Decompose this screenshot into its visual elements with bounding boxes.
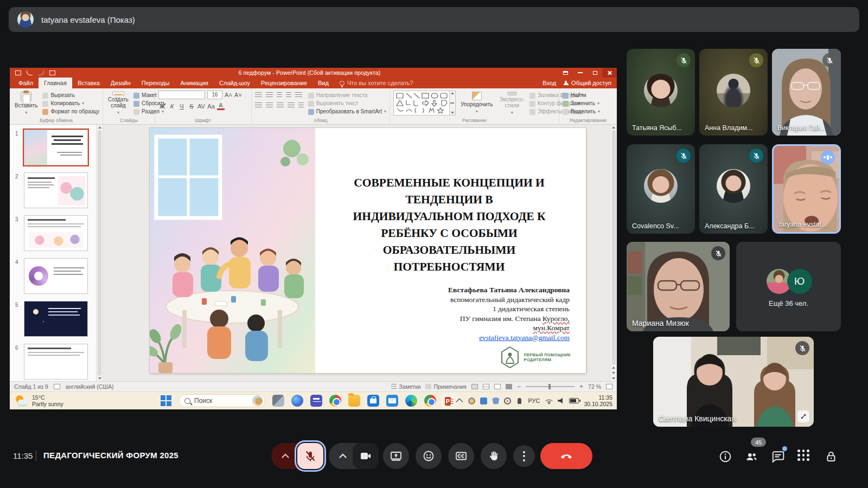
slide-thumbnail-3[interactable]: 3: [24, 215, 88, 251]
language-status[interactable]: английский (США): [66, 383, 114, 390]
raise-hand-button[interactable]: [481, 443, 507, 469]
numbering-icon[interactable]: [266, 92, 273, 98]
paste-button[interactable]: Вставить▾: [13, 91, 39, 117]
wifi-icon[interactable]: [545, 397, 553, 404]
reactions-button[interactable]: [416, 443, 442, 469]
activities-button[interactable]: [797, 450, 812, 464]
canvas-scrollbar[interactable]: [610, 125, 617, 381]
chat-panel-button[interactable]: [771, 450, 785, 464]
security-icon[interactable]: [492, 397, 499, 404]
smartart-button[interactable]: Преобразовать в SmartArt▾: [308, 108, 386, 115]
bluetooth-icon[interactable]: [480, 397, 487, 404]
powerpoint-app-icon[interactable]: P: [443, 395, 455, 407]
thumbnail-scrollbar[interactable]: [97, 125, 103, 381]
end-call-button[interactable]: [540, 443, 592, 469]
bold-button[interactable]: Ж: [158, 103, 166, 110]
zoom-in-button[interactable]: +: [579, 384, 583, 389]
shapes-gallery[interactable]: [393, 91, 450, 115]
slide-thumbnail-1[interactable]: 1: [24, 130, 88, 165]
arrange-button[interactable]: Упорядочить▾: [459, 91, 495, 117]
task-view-button[interactable]: [272, 395, 284, 407]
overflow-participants-tile[interactable]: Ю Ещё 36 чел.: [736, 242, 841, 331]
indent-increase-icon[interactable]: [286, 92, 291, 98]
tab-design[interactable]: Дизайн: [105, 78, 136, 88]
more-options-button[interactable]: [513, 445, 535, 467]
text-direction-button[interactable]: Направление текста: [308, 92, 386, 99]
slide-thumbnail-5[interactable]: 5: [24, 301, 88, 337]
participant-tile[interactable]: Виктория Гай...: [772, 49, 841, 136]
slide-thumbnail-4[interactable]: 4: [24, 258, 88, 294]
meeting-details-button[interactable]: [718, 450, 732, 464]
tray-overflow-chevron[interactable]: [456, 398, 463, 406]
tab-review[interactable]: Рецензирование: [256, 78, 312, 88]
chrome-app-icon[interactable]: [329, 395, 341, 407]
slide-thumbnail-2[interactable]: 2: [24, 172, 88, 208]
close-button[interactable]: [602, 68, 617, 78]
copilot-button[interactable]: [291, 395, 303, 407]
font-name-input[interactable]: [158, 91, 205, 99]
present-screen-button[interactable]: [383, 443, 409, 469]
shrink-font-button[interactable]: A˅: [234, 92, 242, 98]
mail-app-icon[interactable]: [386, 395, 398, 407]
bullets-icon[interactable]: [255, 92, 262, 98]
save-icon[interactable]: [15, 70, 21, 75]
format-painter-button[interactable]: Формат по образцу: [42, 108, 99, 115]
tab-animations[interactable]: Анимация: [175, 78, 214, 88]
tell-me-box[interactable]: Что вы хотите сделать?: [334, 78, 419, 88]
find-button[interactable]: Найти: [563, 92, 600, 99]
justify-icon[interactable]: [288, 102, 295, 108]
participant-tile[interactable]: Александра Б...: [699, 144, 768, 234]
notes-toggle[interactable]: Заметки: [391, 383, 420, 390]
tab-transitions[interactable]: Переходы: [136, 78, 175, 88]
indent-decrease-icon[interactable]: [277, 92, 282, 98]
mic-toggle-button[interactable]: [297, 443, 323, 469]
align-text-button[interactable]: Выровнять текст: [308, 100, 386, 107]
align-right-icon[interactable]: [277, 102, 284, 108]
ribbon-display-options-button[interactable]: [558, 68, 573, 78]
battery-icon[interactable]: [569, 398, 579, 403]
tray-sync-icon[interactable]: [468, 397, 475, 404]
columns-icon[interactable]: [298, 102, 304, 108]
fit-to-window-button[interactable]: [606, 384, 612, 389]
quick-styles-button[interactable]: Экспресс-стили▾: [497, 91, 526, 117]
character-spacing-button[interactable]: AV: [197, 103, 205, 110]
tab-home[interactable]: Главная: [39, 78, 72, 88]
participant-tile[interactable]: Светлана Квицинская: [653, 337, 814, 427]
sign-in-link[interactable]: Вход: [542, 80, 556, 86]
undo-icon[interactable]: [27, 70, 33, 75]
new-slide-button[interactable]: Создать слайд▾: [106, 91, 130, 117]
active-speaker-tile[interactable]: tatyana evstaf...: [772, 144, 841, 234]
grow-font-button[interactable]: A˄: [225, 92, 232, 98]
taskbar-weather-widget[interactable]: 15°CPartly sunny: [10, 394, 118, 407]
normal-view-button[interactable]: [471, 384, 478, 389]
tab-view[interactable]: Вид: [312, 78, 334, 88]
participant-tile[interactable]: Анна Владим...: [699, 49, 768, 136]
teams-app-icon[interactable]: [310, 395, 322, 407]
cut-button[interactable]: Вырезать: [42, 92, 99, 99]
expand-tile-button[interactable]: [797, 410, 809, 422]
captions-button[interactable]: [448, 443, 474, 469]
tab-slideshow[interactable]: Слайд-шоу: [214, 78, 256, 88]
participant-tile[interactable]: Мариана Мизюк: [627, 242, 730, 331]
author-email-link[interactable]: evstafieva.tatyana@gmail.com: [479, 333, 570, 342]
zoom-level[interactable]: 72 %: [588, 383, 601, 390]
change-case-button[interactable]: Аа: [207, 103, 215, 110]
start-button[interactable]: [161, 395, 171, 406]
tray-mic-icon[interactable]: [518, 398, 521, 404]
shapes-gallery-scroll[interactable]: [450, 91, 456, 115]
reading-view-button[interactable]: [494, 384, 501, 389]
edge-app-icon[interactable]: [405, 395, 417, 407]
tab-file[interactable]: Файл: [13, 78, 39, 88]
redo-icon[interactable]: [38, 70, 44, 75]
store-app-icon[interactable]: [367, 395, 379, 407]
strikethrough-button[interactable]: S: [188, 103, 195, 110]
host-controls-button[interactable]: [824, 450, 838, 464]
participant-tile[interactable]: Татьяна Ясыб...: [627, 49, 695, 136]
underline-button[interactable]: Ч: [178, 103, 186, 110]
zoom-slider[interactable]: [526, 386, 575, 387]
tab-insert[interactable]: Вставка: [72, 78, 105, 88]
slideshow-view-button[interactable]: [506, 384, 512, 389]
align-center-icon[interactable]: [266, 102, 273, 108]
replace-button[interactable]: Заменить▾: [563, 100, 600, 107]
slideshow-icon[interactable]: [49, 70, 55, 75]
